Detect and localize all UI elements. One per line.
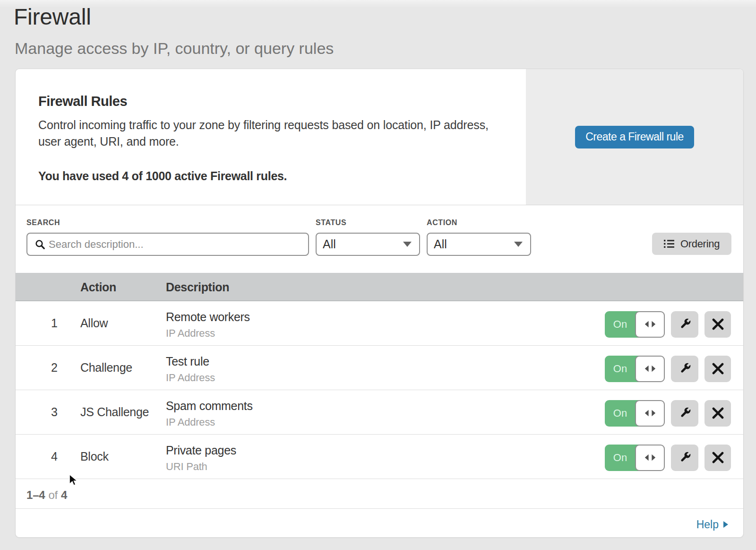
rule-action: Challenge	[80, 361, 166, 375]
table-row: 2 Challenge Test rule IP Address On	[16, 346, 743, 390]
ordering-button[interactable]: Ordering	[652, 233, 731, 255]
edit-rule-button[interactable]	[671, 400, 698, 427]
pagination-of: of	[48, 489, 58, 502]
action-value: All	[434, 237, 514, 251]
rule-enabled-toggle[interactable]: On	[605, 400, 665, 427]
rule-description: Test rule	[166, 355, 605, 367]
rule-type: URI Path	[166, 461, 605, 472]
rule-priority: 1	[16, 316, 80, 330]
rule-description: Private pages	[166, 444, 605, 456]
column-header-description: Description	[166, 280, 229, 294]
rule-controls: On	[605, 356, 743, 382]
rule-enabled-toggle[interactable]: On	[605, 356, 665, 382]
rule-type: IP Address	[166, 372, 605, 384]
filters-row: SEARCH STATUS All	[26, 218, 731, 256]
x-icon	[712, 363, 724, 375]
table-row: 1 Allow Remote workers IP Address On	[16, 301, 743, 346]
edit-rule-button[interactable]	[671, 311, 698, 338]
rule-description-cell: Private pages URI Path	[166, 444, 605, 470]
chevron-down-icon	[514, 242, 523, 247]
toggle-on-label: On	[605, 400, 639, 427]
hero-description: Control incoming traffic to your zone by…	[38, 117, 498, 150]
status-value: All	[323, 237, 403, 251]
left-right-arrows-icon	[644, 410, 656, 417]
hero-action-panel: Create a Firewall rule	[526, 69, 743, 205]
filters-bar: SEARCH STATUS All	[16, 205, 743, 273]
left-right-arrows-icon	[644, 365, 656, 372]
rule-controls: On	[605, 311, 743, 338]
search-filter-group: SEARCH	[26, 218, 309, 256]
action-select[interactable]: All	[427, 233, 531, 256]
delete-rule-button[interactable]	[704, 311, 731, 338]
hero-text: Firewall Rules Control incoming traffic …	[16, 69, 526, 205]
rule-controls: On	[605, 400, 743, 427]
column-header-action: Action	[80, 280, 166, 294]
edit-rule-button[interactable]	[671, 445, 698, 471]
toggle-handle[interactable]	[635, 356, 665, 382]
rule-description-cell: Remote workers IP Address	[166, 311, 605, 336]
hero-section: Firewall Rules Control incoming traffic …	[16, 69, 743, 205]
rule-action: Block	[80, 450, 166, 463]
create-firewall-rule-button[interactable]: Create a Firewall rule	[575, 126, 694, 148]
chevron-down-icon	[403, 242, 412, 247]
pagination-range: 1–4	[26, 489, 45, 502]
ordering-label: Ordering	[680, 238, 720, 250]
rule-enabled-toggle[interactable]: On	[605, 445, 665, 471]
x-icon	[712, 318, 724, 330]
x-icon	[712, 407, 724, 419]
rule-description-cell: Test rule IP Address	[166, 355, 605, 381]
delete-rule-button[interactable]	[704, 445, 731, 471]
rule-action: JS Challenge	[80, 405, 166, 419]
edit-rule-button[interactable]	[671, 356, 698, 382]
table-header: Action Description	[16, 273, 743, 301]
search-input[interactable]	[49, 235, 308, 254]
search-label: SEARCH	[26, 218, 309, 227]
toggle-handle[interactable]	[635, 311, 665, 338]
search-box	[26, 233, 309, 256]
rules-table-body: 1 Allow Remote workers IP Address On	[16, 301, 743, 479]
rule-priority: 2	[16, 361, 80, 375]
toggle-handle[interactable]	[635, 400, 665, 427]
pagination-total: 4	[61, 489, 67, 502]
rule-description-cell: Spam comments IP Address	[166, 400, 605, 425]
wrench-icon	[678, 406, 692, 420]
wrench-icon	[678, 361, 692, 376]
rule-type: IP Address	[166, 328, 605, 339]
left-right-arrows-icon	[644, 454, 656, 461]
delete-rule-button[interactable]	[704, 400, 731, 427]
page-title: Firewall	[0, 0, 756, 29]
status-filter-group: STATUS All	[316, 218, 420, 256]
action-filter-group: ACTION All	[427, 218, 531, 256]
rule-controls: On	[605, 445, 743, 471]
hero-heading: Firewall Rules	[38, 93, 498, 109]
toggle-on-label: On	[605, 356, 639, 382]
rule-description: Spam comments	[166, 400, 605, 412]
help-link[interactable]: Help	[696, 518, 728, 531]
x-icon	[712, 452, 724, 463]
wrench-icon	[678, 317, 692, 332]
firewall-rules-card: Firewall Rules Control incoming traffic …	[16, 69, 743, 537]
table-row: 4 Block Private pages URI Path On	[16, 435, 743, 479]
hero-usage: You have used 4 of 1000 active Firewall …	[38, 168, 498, 184]
pagination: 1–4 of 4	[16, 479, 743, 509]
rule-description: Remote workers	[166, 311, 605, 323]
table-row: 3 JS Challenge Spam comments IP Address …	[16, 390, 743, 435]
status-label: STATUS	[316, 218, 420, 227]
action-label: ACTION	[427, 218, 531, 227]
toggle-handle[interactable]	[635, 445, 665, 471]
delete-rule-button[interactable]	[704, 356, 731, 382]
help-label: Help	[696, 518, 719, 531]
rule-priority: 4	[16, 450, 80, 463]
wrench-icon	[678, 450, 692, 465]
rule-priority: 3	[16, 405, 80, 419]
card-footer: Help	[16, 509, 743, 537]
rule-enabled-toggle[interactable]: On	[605, 311, 665, 338]
search-icon	[35, 239, 45, 250]
left-right-arrows-icon	[644, 321, 656, 328]
rule-action: Allow	[80, 316, 166, 330]
caret-right-icon	[723, 521, 728, 528]
toggle-on-label: On	[605, 311, 639, 338]
list-icon	[664, 239, 674, 248]
toggle-on-label: On	[605, 445, 639, 471]
status-select[interactable]: All	[316, 233, 420, 256]
